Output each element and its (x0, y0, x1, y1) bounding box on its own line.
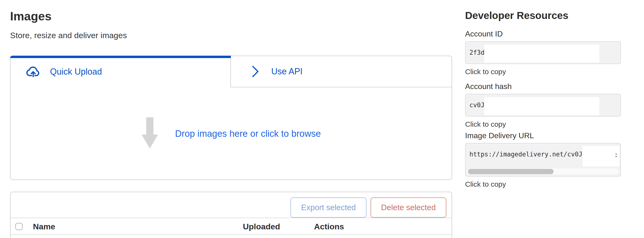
image-delivery-url-copy-hint: Click to copy (465, 180, 624, 189)
image-delivery-url-value: https://imagedelivery.net/cv0JS (470, 151, 586, 158)
tab-quick-upload-label: Quick Upload (50, 67, 102, 77)
page-title: Images (10, 10, 452, 22)
table-header-row: Name Uploaded Actions (10, 218, 452, 235)
account-id-copy-hint: Click to copy (465, 67, 624, 76)
image-delivery-url-value-box[interactable]: https://imagedelivery.net/cv0JS : (465, 143, 621, 177)
redacted-url-fragment: : (614, 151, 618, 158)
cloud-upload-icon (26, 64, 41, 79)
arrow-down-icon (142, 117, 158, 150)
active-tab-accent-bar (10, 56, 231, 58)
main-column: Images Store, resize and deliver images … (10, 0, 452, 238)
tab-row: Quick Upload Use API (10, 56, 452, 87)
drop-zone-label: Drop images here or click to browse (175, 128, 321, 139)
column-header-name: Name (33, 222, 55, 231)
tab-use-api-label: Use API (271, 66, 302, 77)
chevron-right-icon (250, 64, 261, 79)
export-selected-button[interactable]: Export selected (290, 197, 366, 218)
image-drop-zone[interactable]: Drop images here or click to browse (10, 87, 452, 180)
tab-use-api[interactable]: Use API (230, 56, 452, 87)
account-id-label: Account ID (465, 29, 624, 38)
redaction-overlay (582, 146, 620, 166)
account-hash-value-box[interactable]: cv0J (465, 94, 621, 117)
tab-quick-upload[interactable]: Quick Upload (10, 56, 230, 87)
column-header-actions: Actions (314, 222, 344, 231)
horizontal-scrollbar-track[interactable] (467, 168, 619, 175)
select-all-checkbox[interactable] (16, 223, 22, 230)
account-hash-label: Account hash (465, 82, 624, 91)
delete-selected-button[interactable]: Delete selected (370, 197, 446, 218)
page-subtitle: Store, resize and deliver images (10, 31, 452, 40)
image-delivery-url-label: Image Delivery URL (465, 131, 624, 140)
developer-resources-sidebar: Developer Resources Account ID 2f3d Clic… (465, 0, 624, 189)
account-hash-copy-hint: Click to copy (465, 120, 624, 128)
table-toolbar: Export selected Delete selected (10, 192, 452, 218)
column-header-uploaded: Uploaded (243, 222, 280, 231)
upload-panel: Quick Upload Use API Drop images here or… (10, 56, 452, 180)
image-table-panel: Export selected Delete selected Name Upl… (10, 192, 452, 238)
redaction-overlay (484, 45, 599, 63)
sidebar-title: Developer Resources (465, 9, 624, 22)
account-id-value: 2f3d (470, 49, 484, 56)
redaction-overlay (484, 97, 599, 115)
account-id-value-box[interactable]: 2f3d (465, 41, 621, 64)
account-hash-value: cv0J (470, 102, 484, 109)
horizontal-scrollbar-thumb[interactable] (468, 169, 554, 174)
